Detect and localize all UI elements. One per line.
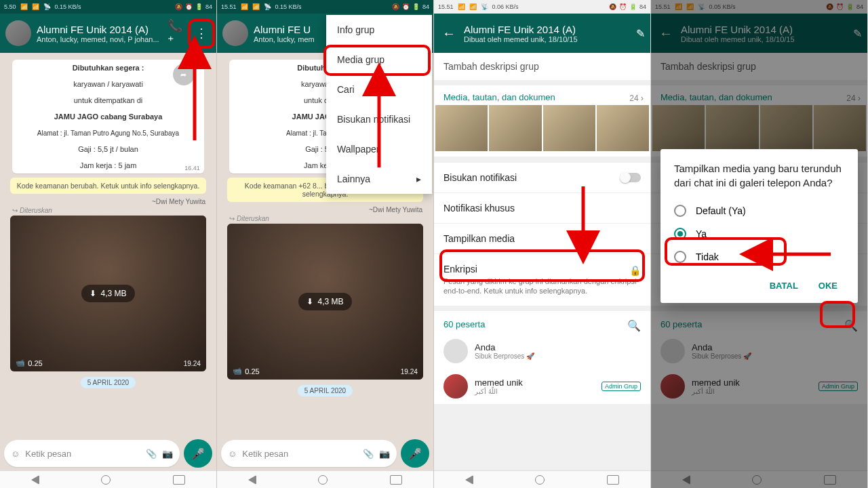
mute-row[interactable]: Bisukan notifikasi — [434, 162, 650, 192]
group-title: Alumni FE Unik 2014 (A) — [37, 24, 162, 35]
emoji-icon[interactable]: ☺ — [228, 449, 237, 459]
download-badge[interactable]: ⬇ 4,3 MB — [81, 285, 134, 302]
arrow-3 — [570, 183, 597, 253]
media-visibility-dialog: Tampilkan media yang baru terunduh dari … — [660, 149, 858, 303]
attach-icon[interactable]: 📎 — [146, 449, 157, 459]
mute-toggle[interactable] — [620, 173, 641, 182]
statusbar: 15.51📶📶📡0.15 KB/s 🔕⏰🔋84 — [217, 0, 433, 14]
arrow-2 — [366, 76, 393, 174]
show-media-row[interactable]: Tampilkan media — [434, 223, 650, 253]
nav-recent-icon[interactable] — [173, 475, 185, 485]
panel-1-chat: 5.50📶📶📡0.15 KB/s 🔕⏰🔋84 Alumni FE Unik 20… — [0, 0, 217, 488]
video-length: 📹 0.25 — [233, 367, 259, 375]
media-header[interactable]: Media, tautan, dan dokumen 24 › — [434, 85, 650, 105]
nav-home-icon[interactable] — [535, 475, 545, 485]
nav-home-icon[interactable] — [101, 475, 111, 485]
attach-icon[interactable]: 📎 — [363, 449, 374, 459]
security-notice[interactable]: Kode keamanan berubah. Ketuk untuk info … — [10, 178, 206, 194]
radio-ya[interactable]: Ya — [674, 222, 844, 245]
cancel-button[interactable]: BATAL — [763, 275, 805, 296]
forwarded-label: ↪Diteruskan — [229, 215, 429, 222]
nav-recent-icon[interactable] — [390, 475, 402, 485]
encryption-row[interactable]: Enkripsi Pesan yang dikirim ke grup ini … — [434, 253, 650, 306]
camera-icon[interactable]: 📷 — [162, 449, 173, 459]
message-bubble[interactable]: ➦ Dibutuhkan segera : karyawan / karyawa… — [12, 60, 203, 174]
video-message[interactable]: ⬇ 4,3 MB 📹 0.25 19.24 — [10, 216, 206, 371]
mic-button[interactable]: 🎤 — [401, 439, 429, 468]
statusbar: 5.50📶📶📡0.15 KB/s 🔕⏰🔋84 — [0, 0, 216, 14]
mic-button[interactable]: 🎤 — [184, 439, 212, 468]
group-avatar[interactable] — [222, 20, 248, 46]
nav-back-icon[interactable] — [248, 475, 256, 485]
video-time: 19.24 — [184, 360, 201, 367]
panel-3-group-info: 15.51📶📶📡0.06 KB/s 🔕⏰🔋84 ← Alumni FE Unik… — [434, 0, 651, 488]
navbar — [0, 470, 216, 488]
video-time: 19.24 — [401, 368, 418, 375]
add-description[interactable]: Tambah deskripsi grup — [434, 53, 650, 85]
edit-icon[interactable]: ✎ — [636, 27, 645, 40]
ok-button[interactable]: OKE — [812, 275, 844, 296]
panel-4-dialog: 15.51📶📶📡0.05 KB/s 🔕⏰🔋84 ← Alumni FE Unik… — [651, 0, 868, 488]
nav-recent-icon[interactable] — [607, 475, 619, 485]
avatar — [443, 374, 468, 399]
search-participants-icon[interactable]: 🔍 — [627, 319, 641, 332]
participants-header: 60 peserta 🔍 — [434, 306, 650, 333]
forwarded-label: ↪Diteruskan — [12, 207, 212, 214]
admin-badge: Admin Grup — [601, 382, 641, 391]
participant-admin[interactable]: memed unikاللّهُ أكبر Admin Grup — [434, 369, 650, 404]
menu-media-grup[interactable]: Media grup — [326, 45, 432, 75]
camera-icon[interactable]: 📷 — [379, 449, 390, 459]
video-length: 📹 0.25 — [16, 359, 42, 367]
panel-2-menu: 15.51📶📶📡0.15 KB/s 🔕⏰🔋84 Alumni FE U Anto… — [217, 0, 434, 488]
group-title: Alumni FE Unik 2014 (A) — [464, 24, 631, 35]
chat-header[interactable]: Alumni FE Unik 2014 (A) Anton, lucky, me… — [0, 14, 216, 53]
back-icon[interactable]: ← — [439, 26, 458, 41]
date-pill: 5 APRIL 2020 — [81, 377, 136, 388]
avatar — [443, 339, 468, 363]
composer: ☺ Ketik pesan 📎 📷 🎤 — [0, 436, 216, 470]
nav-back-icon[interactable] — [31, 475, 39, 485]
members-line: Anton, lucky, memed, novi, P johan... — [37, 35, 162, 43]
date-pill: 5 APRIL 2020 — [298, 385, 353, 396]
arrow-1 — [181, 49, 208, 146]
statusbar: 15.51📶📶📡0.06 KB/s 🔕⏰🔋84 — [434, 0, 650, 14]
message-input[interactable]: ☺ Ketik pesan 📎 📷 — [221, 440, 397, 467]
radio-default[interactable]: Default (Ya) — [674, 199, 844, 222]
more-icon[interactable]: ⋮ — [192, 24, 211, 43]
nav-home-icon[interactable] — [318, 475, 328, 485]
message-input[interactable]: ☺ Ketik pesan 📎 📷 — [4, 440, 180, 467]
download-badge[interactable]: ⬇ 4,3 MB — [298, 293, 351, 310]
emoji-icon[interactable]: ☺ — [11, 449, 20, 459]
custom-notif-row[interactable]: Notifikasi khusus — [434, 192, 650, 223]
created-by: Dibuat oleh memed unik, 18/10/15 — [464, 35, 631, 43]
call-icon[interactable]: 📞⁺ — [167, 24, 186, 43]
dialog-title: Tampilkan media yang baru terunduh dari … — [674, 161, 844, 190]
sender-name: ~Dwi Mety Yuwita — [221, 206, 422, 214]
video-message[interactable]: ⬇ 4,3 MB 📹 0.25 19.24 — [227, 224, 423, 380]
arrow-4 — [753, 244, 834, 267]
info-header: ← Alumni FE Unik 2014 (A) Dibuat oleh me… — [434, 14, 650, 53]
menu-info-grup[interactable]: Info grup — [326, 15, 432, 45]
nav-back-icon[interactable] — [465, 475, 473, 485]
sender-name: ~Dwi Mety Yuwita — [4, 198, 205, 205]
lock-icon: 🔒 — [629, 265, 641, 276]
media-thumbs[interactable] — [434, 105, 650, 157]
group-avatar[interactable] — [5, 20, 31, 46]
participant-self[interactable]: AndaSibuk Berproses 🚀 — [434, 333, 650, 369]
